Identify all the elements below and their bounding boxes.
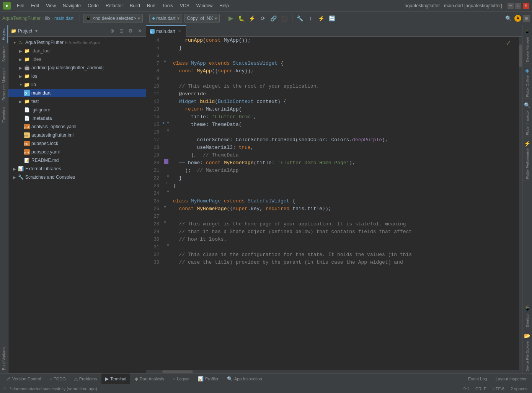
code-content[interactable]: runApp(const MyApp()); } class MyApp ext… — [170, 37, 519, 370]
tree-item-dart-tool[interactable]: ▶ 📁 .dart_tool — [8, 47, 146, 55]
tree-item-root[interactable]: ▾ 🗂 AquaTestingFlutter E:\dev\flutter\Aq… — [8, 38, 146, 47]
sidebar-label-favorites[interactable]: Favorites — [1, 104, 7, 126]
tree-arrow-idea[interactable]: ▶ — [18, 56, 24, 62]
line-ending-selector[interactable]: CRLF — [474, 386, 488, 391]
flutter-inspector-label[interactable]: Flutter Inspector — [525, 110, 529, 135]
debug-marker-12[interactable]: ● — [162, 121, 165, 125]
bottom-tab-problems[interactable]: △ Problems — [70, 373, 101, 384]
run-button[interactable]: ▶ — [226, 14, 235, 23]
emulator-icon[interactable]: 📱 — [523, 304, 532, 313]
fold-marker-20[interactable]: └ — [165, 182, 168, 186]
tab-close-button[interactable]: ✕ — [177, 29, 182, 34]
sidebar-label-build[interactable]: Build Variants — [1, 344, 7, 373]
tree-item-android[interactable]: ▶ 🤖 android [aquatestingflutter_android] — [8, 64, 146, 72]
breadcrumb-file[interactable]: main.dart — [54, 16, 73, 21]
tree-item-lib[interactable]: ▾ 📁 lib — [8, 80, 146, 89]
sync-button[interactable]: ↕ — [306, 14, 315, 23]
tree-item-idea[interactable]: ▶ 📁 .idea — [8, 55, 146, 64]
fold-marker-28[interactable]: ▼ — [167, 243, 169, 248]
tree-item-gitignore[interactable]: 📄 .gitignore — [8, 106, 146, 114]
fold-marker-12[interactable]: ▼ — [167, 121, 169, 125]
tree-arrow-lib[interactable]: ▾ — [18, 82, 24, 88]
tree-item-main-dart[interactable]: D main.dart — [8, 89, 146, 97]
menu-window[interactable]: Window — [193, 2, 216, 9]
bottom-tab-profiler[interactable]: 📊 Profiler — [194, 373, 222, 384]
menu-tools[interactable]: Tools — [159, 2, 176, 9]
flutter-perf-label[interactable]: Flutter Performance — [525, 148, 529, 179]
profile-avatar[interactable]: A — [514, 15, 521, 22]
coverage-button[interactable]: ⚡ — [248, 14, 257, 23]
fold-marker-7[interactable]: ▼ — [164, 60, 166, 64]
flutter-reload[interactable]: ⚡ — [317, 14, 326, 23]
collapse-all-button[interactable]: ⊟ — [117, 27, 125, 35]
tree-item-analysis-options[interactable]: yml analysis_options.yaml — [8, 122, 146, 131]
tree-arrow-ios[interactable]: ▶ — [18, 73, 24, 79]
search-everywhere-button[interactable]: 🔍 — [504, 14, 513, 23]
device-file-label[interactable]: Device File Explorer — [525, 341, 529, 372]
flutter-outline-label[interactable]: Flutter Outline — [525, 75, 529, 97]
breadcrumb-lib[interactable]: lib — [45, 16, 50, 21]
device-selector[interactable]: 📱 <no device selected> ▾ — [83, 14, 142, 23]
minimize-button[interactable]: ─ — [508, 3, 514, 9]
menu-run[interactable]: Run — [144, 2, 158, 9]
fold-marker-21[interactable]: ▼ — [167, 190, 169, 194]
bottom-tab-logcat[interactable]: ≡ Logcat — [169, 373, 193, 384]
tree-arrow-ext-libs[interactable]: ▶ — [11, 166, 18, 172]
bottom-tab-todo[interactable]: ≡ TODO — [46, 373, 70, 384]
editor-tab-main-dart[interactable]: D main.dart ✕ — [146, 25, 186, 37]
vertical-scrollbar[interactable] — [519, 37, 522, 370]
sidebar-label-resource[interactable]: Resource Manager — [1, 65, 7, 104]
maximize-button[interactable]: □ — [515, 3, 521, 9]
tree-item-scratches[interactable]: ▶ 🔧 Scratches and Consoles — [8, 173, 146, 181]
menu-help[interactable]: Help — [216, 2, 232, 9]
device-manager-label[interactable]: Device Manager — [525, 37, 529, 62]
tree-item-test[interactable]: ▶ 📁 test — [8, 97, 146, 106]
close-button[interactable]: ✕ — [523, 3, 529, 9]
cursor-position[interactable]: 9:1 — [462, 386, 471, 391]
tree-item-ext-libs[interactable]: ▶ 📊 External Libraries — [8, 165, 146, 173]
flutter-inspector-icon[interactable]: 🔍 — [523, 101, 532, 109]
debug-button[interactable]: 🐛 — [237, 14, 246, 23]
device-manager-icon[interactable]: 📱 — [523, 28, 532, 36]
run-config-selector[interactable]: ◆ main.dart ▾ — [149, 14, 182, 23]
menu-file[interactable]: File — [14, 2, 27, 9]
fold-marker-19[interactable]: ▼ — [167, 174, 169, 179]
menu-navigate[interactable]: Navigate — [60, 2, 84, 9]
attach-button[interactable]: 🔗 — [269, 14, 278, 23]
tree-item-pubspec-lock[interactable]: lck pubspec.lock — [8, 139, 146, 148]
menu-view[interactable]: View — [43, 2, 59, 9]
add-content-root-button[interactable]: ⊕ — [108, 27, 116, 35]
tree-item-ios[interactable]: ▶ 📁 ios — [8, 72, 146, 80]
stop-button[interactable]: ⬛ — [280, 14, 289, 23]
device-file-icon[interactable]: 📂 — [523, 331, 532, 340]
flutter-outline-icon[interactable]: ◈ — [523, 66, 532, 75]
tree-arrow-android[interactable]: ▶ — [18, 65, 24, 71]
flutter-restart[interactable]: 🔄 — [328, 14, 337, 23]
sidebar-label-structure[interactable]: Structure — [1, 43, 7, 65]
emulator-label[interactable]: Emulator — [525, 313, 529, 327]
tree-arrow-dart-tool[interactable]: ▶ — [18, 48, 24, 54]
tree-item-metadata[interactable]: 📄 .metadata — [8, 114, 146, 122]
bottom-tab-app-inspection[interactable]: 🔍 App Inspection — [223, 373, 266, 384]
menu-build[interactable]: Build — [127, 2, 143, 9]
bottom-tab-layout-inspector[interactable]: Layout Inspector — [492, 373, 530, 384]
breadcrumb-project[interactable]: AquaTestingFlutter — [2, 16, 41, 21]
scrollbar-thumb[interactable] — [519, 44, 522, 67]
sdk-button[interactable]: 🔧 — [295, 14, 305, 23]
menu-edit[interactable]: Edit — [28, 2, 42, 9]
sidebar-label-project[interactable]: Project — [0, 25, 8, 43]
close-panel-button[interactable]: ✕ — [136, 27, 144, 35]
bottom-tab-event-log[interactable]: Event Log — [464, 373, 491, 384]
tree-item-pubspec-yaml[interactable]: yml pubspec.yaml — [8, 148, 146, 156]
encoding-selector[interactable]: UTF-8 — [491, 386, 506, 391]
h-scrollbar-thumb[interactable] — [162, 370, 193, 373]
menu-vcs[interactable]: VCS — [177, 2, 193, 9]
indent-selector[interactable]: 2 spaces — [509, 386, 529, 391]
fold-marker-23[interactable]: ▼ — [164, 205, 166, 209]
menu-refactor[interactable]: Refactor — [103, 2, 126, 9]
fold-marker-13[interactable]: ▼ — [167, 129, 169, 133]
tree-item-iml[interactable]: iml aquatestingflutter.iml — [8, 131, 146, 139]
copy-config-selector[interactable]: Copy_of_NX ▾ — [184, 14, 220, 23]
tree-arrow-scratches[interactable]: ▶ — [11, 174, 18, 180]
code-editor[interactable]: 4 5 6 7 8 9 10 11 12 13 14 15 16 17 18 1… — [146, 37, 522, 370]
